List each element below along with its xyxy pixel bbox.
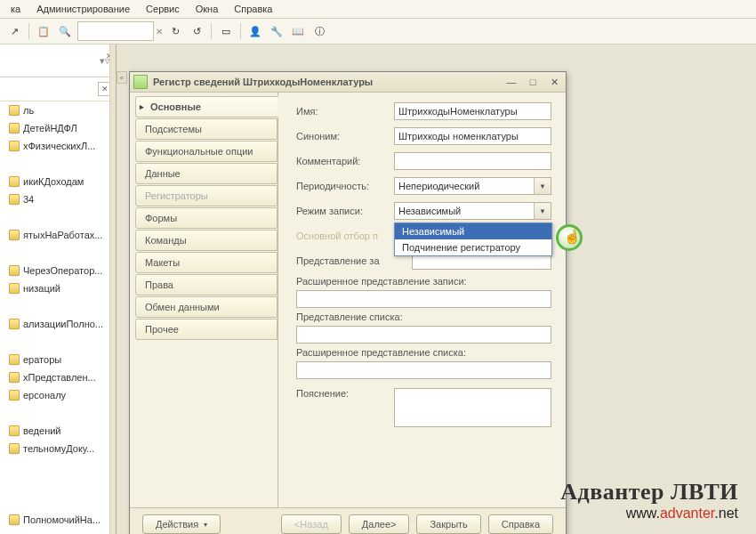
- list-presentation-input[interactable]: [296, 326, 551, 344]
- synonym-label: Синоним:: [296, 131, 394, 142]
- toolbar-search-icon[interactable]: 🔍: [56, 22, 74, 40]
- list-item[interactable]: 34: [0, 190, 116, 208]
- list-item[interactable]: ДетейНДФЛ: [0, 119, 116, 137]
- list-item[interactable]: низаций: [0, 279, 116, 297]
- list-item[interactable]: ль: [0, 101, 116, 119]
- list-item[interactable]: [0, 244, 116, 262]
- dropdown-item-subordinate[interactable]: Подчинение регистратору: [395, 239, 551, 255]
- list-item[interactable]: ПолномочийНа...: [0, 511, 116, 529]
- writemode-dropdown-icon[interactable]: ▼: [534, 203, 551, 219]
- periodicity-combo[interactable]: [394, 177, 551, 195]
- tab-0[interactable]: Основные: [135, 96, 278, 117]
- list-item[interactable]: [0, 208, 116, 226]
- tab-8[interactable]: Права: [135, 274, 277, 295]
- tab-1[interactable]: Подсистемы: [135, 118, 277, 140]
- folder-icon: [9, 283, 20, 294]
- tab-2[interactable]: Функциональные опции: [135, 141, 277, 162]
- folder-icon: [9, 390, 20, 400]
- toolbar-copy-icon[interactable]: 📋: [35, 22, 52, 40]
- close-button[interactable]: ✕: [546, 75, 562, 89]
- panel-resize-handle[interactable]: [109, 44, 116, 534]
- list-item[interactable]: ализацииПолно...: [0, 315, 116, 333]
- list-item[interactable]: [0, 333, 116, 351]
- folder-icon: [9, 514, 20, 525]
- toolbar-book-icon[interactable]: 📖: [289, 22, 307, 40]
- toolbar-window-icon[interactable]: ▭: [217, 22, 235, 40]
- list-item[interactable]: [0, 297, 116, 315]
- list-item[interactable]: ведений: [0, 422, 116, 440]
- watermark: Адвантер ЛВТИ www.advanter.net: [560, 479, 738, 522]
- list-item[interactable]: хФизическихЛ...: [0, 137, 116, 155]
- writemode-dropdown-list: Независимый Подчинение регистратору: [394, 222, 552, 256]
- comment-input[interactable]: [394, 152, 551, 170]
- name-label: Имя:: [296, 106, 394, 117]
- tree-list[interactable]: льДетейНДФЛхФизическихЛ... икиКДоходам34…: [0, 101, 116, 529]
- tab-10[interactable]: Прочее: [135, 319, 277, 340]
- periodicity-dropdown-icon[interactable]: ▼: [534, 178, 551, 194]
- toolbar-tool-icon[interactable]: 🔧: [268, 22, 286, 40]
- list-item[interactable]: ЧерезОператор...: [0, 262, 116, 279]
- list-item[interactable]: [0, 155, 116, 173]
- list-item[interactable]: икиКДоходам: [0, 173, 116, 190]
- close-form-button[interactable]: Закрыть: [416, 514, 480, 534]
- toolbar-nav-icon[interactable]: ↗: [5, 22, 23, 40]
- menu-item-admin[interactable]: Администрирование: [29, 2, 137, 16]
- main-toolbar: ↗ 📋 🔍 ✕ ↻ ↺ ▭ 👤 🔧 📖 ⓘ: [0, 19, 756, 44]
- folder-icon: [9, 194, 20, 205]
- tab-7[interactable]: Макеты: [135, 252, 277, 273]
- tab-4[interactable]: Регистраторы: [135, 185, 277, 206]
- list-item[interactable]: ерсоналу: [0, 386, 116, 404]
- back-button[interactable]: <Назад: [281, 514, 342, 534]
- help-button[interactable]: Справка: [488, 514, 553, 534]
- actions-button[interactable]: Действия: [142, 514, 221, 534]
- list-item[interactable]: ераторы: [0, 351, 116, 368]
- folder-icon: [9, 230, 20, 240]
- list-item[interactable]: [0, 404, 116, 422]
- writemode-label: Режим записи:: [296, 206, 394, 216]
- writemode-combo[interactable]: [394, 202, 551, 220]
- folder-icon: [9, 141, 20, 151]
- menu-item-0[interactable]: ка: [4, 2, 28, 16]
- dialog-titlebar[interactable]: Регистр сведений ШтрихкодыНоменклатуры —…: [130, 72, 566, 93]
- synonym-input[interactable]: [394, 127, 551, 145]
- name-input[interactable]: [394, 102, 551, 120]
- dropdown-item-independent[interactable]: Независимый: [395, 223, 551, 239]
- list-item[interactable]: ятыхНаРаботах...: [0, 226, 116, 244]
- list-item[interactable]: [0, 493, 116, 511]
- maximize-button[interactable]: □: [525, 75, 541, 89]
- tab-5[interactable]: Формы: [135, 207, 277, 229]
- dialog-footer: Действия <Назад Далее> Закрыть Справка: [130, 507, 566, 534]
- explanation-label: Пояснение:: [296, 388, 394, 399]
- tab-3[interactable]: Данные: [135, 163, 277, 184]
- ext-record-input[interactable]: [296, 290, 551, 308]
- list-item[interactable]: тельномуДоку...: [0, 440, 116, 457]
- list-item[interactable]: хПредставлен...: [0, 368, 116, 386]
- menu-item-service[interactable]: Сервис: [139, 2, 187, 16]
- panel-collapse-icon[interactable]: «: [117, 71, 127, 84]
- next-button[interactable]: Далее>: [349, 514, 410, 534]
- list-item[interactable]: [0, 475, 116, 493]
- ext-list-input[interactable]: [296, 361, 551, 379]
- folder-icon: [9, 425, 20, 436]
- toolbar-info-icon[interactable]: ⓘ: [310, 22, 328, 40]
- menu-item-help[interactable]: Справка: [227, 2, 279, 16]
- list-presentation-label: Представление списка:: [296, 312, 551, 322]
- toolbar-search-input[interactable]: [77, 21, 154, 41]
- toolbar-user-icon[interactable]: 👤: [246, 22, 264, 40]
- main-menu-bar: ка Администрирование Сервис Окна Справка: [0, 0, 756, 19]
- dialog-tabs: ОсновныеПодсистемыФункциональные опцииДа…: [130, 93, 278, 507]
- tab-9[interactable]: Обмен данными: [135, 296, 277, 318]
- folder-icon: [9, 265, 20, 276]
- explanation-textarea[interactable]: [394, 388, 551, 427]
- tab-6[interactable]: Команды: [135, 230, 277, 251]
- minimize-button[interactable]: —: [503, 75, 519, 89]
- left-tree-panel: ✕ ▾▿ ✕ льДетейНДФЛхФизическихЛ... икиКДо…: [0, 44, 117, 534]
- register-icon: [133, 75, 148, 89]
- toolbar-search-clear-icon[interactable]: ✕: [156, 27, 163, 36]
- menu-item-windows[interactable]: Окна: [189, 2, 226, 16]
- folder-icon: [9, 319, 20, 329]
- toolbar-refresh2-icon[interactable]: ↺: [188, 22, 205, 40]
- record-presentation-label: Представление за: [296, 255, 412, 266]
- list-item[interactable]: [0, 457, 116, 475]
- toolbar-refresh-icon[interactable]: ↻: [166, 22, 184, 40]
